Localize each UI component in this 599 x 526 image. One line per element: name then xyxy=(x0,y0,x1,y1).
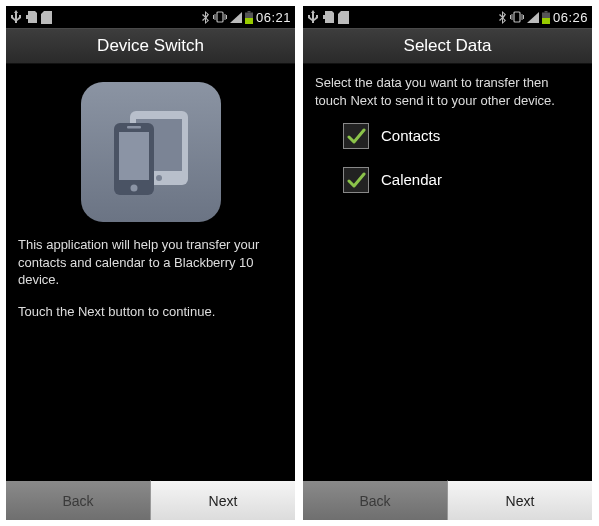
option-contacts[interactable]: Contacts xyxy=(343,123,580,149)
intro-text-2: Touch the Next button to continue. xyxy=(18,303,283,321)
status-clock: 06:21 xyxy=(256,10,291,25)
svg-rect-13 xyxy=(544,11,547,13)
svg-rect-8 xyxy=(119,132,149,180)
usb-icon xyxy=(10,10,22,24)
vibrate-icon xyxy=(213,11,227,23)
signal-icon xyxy=(230,12,242,23)
button-bar: Back Next xyxy=(6,480,295,520)
battery-icon xyxy=(542,11,550,24)
sd-card-icon xyxy=(323,11,334,24)
button-bar: Back Next xyxy=(303,480,592,520)
status-right: 06:26 xyxy=(499,10,588,25)
vibrate-icon xyxy=(510,11,524,23)
option-calendar[interactable]: Calendar xyxy=(343,167,580,193)
checkbox-calendar[interactable] xyxy=(343,167,369,193)
status-clock: 06:26 xyxy=(553,10,588,25)
signal-icon xyxy=(527,12,539,23)
back-button[interactable]: Back xyxy=(6,480,150,520)
title-bar: Select Data xyxy=(303,28,592,64)
content-area: Select the data you want to transfer the… xyxy=(303,64,592,480)
back-button[interactable]: Back xyxy=(303,480,447,520)
phone-screen-1: 06:21 Device Switch This applica xyxy=(6,6,295,520)
device-switch-icon xyxy=(81,82,221,222)
svg-rect-11 xyxy=(514,12,520,22)
svg-point-6 xyxy=(156,175,162,181)
content-area: This application will help you transfer … xyxy=(6,64,295,480)
status-bar: 06:21 xyxy=(6,6,295,28)
svg-rect-14 xyxy=(542,18,550,24)
svg-rect-10 xyxy=(127,126,141,129)
checkbox-contacts[interactable] xyxy=(343,123,369,149)
sd-card-icon xyxy=(26,11,37,24)
title-bar: Device Switch xyxy=(6,28,295,64)
bluetooth-icon xyxy=(202,11,210,24)
status-left xyxy=(10,10,52,24)
battery-icon xyxy=(245,11,253,24)
next-button[interactable]: Next xyxy=(447,480,592,520)
svg-rect-0 xyxy=(217,12,223,22)
option-calendar-label: Calendar xyxy=(381,170,442,190)
status-bar: 06:26 xyxy=(303,6,592,28)
app-icon-wrap xyxy=(18,82,283,222)
status-right: 06:21 xyxy=(202,10,291,25)
status-left xyxy=(307,10,349,24)
phone-screen-2: 06:26 Select Data Select the data you wa… xyxy=(303,6,592,520)
sim-icon xyxy=(338,11,349,24)
option-contacts-label: Contacts xyxy=(381,126,440,146)
intro-text-1: This application will help you transfer … xyxy=(18,236,283,289)
svg-rect-2 xyxy=(247,11,250,13)
page-title: Select Data xyxy=(404,36,492,56)
usb-icon xyxy=(307,10,319,24)
page-title: Device Switch xyxy=(97,36,204,56)
svg-point-9 xyxy=(130,185,137,192)
next-button[interactable]: Next xyxy=(150,480,295,520)
svg-rect-3 xyxy=(245,18,253,24)
sim-icon xyxy=(41,11,52,24)
select-data-intro: Select the data you want to transfer the… xyxy=(315,74,580,109)
bluetooth-icon xyxy=(499,11,507,24)
